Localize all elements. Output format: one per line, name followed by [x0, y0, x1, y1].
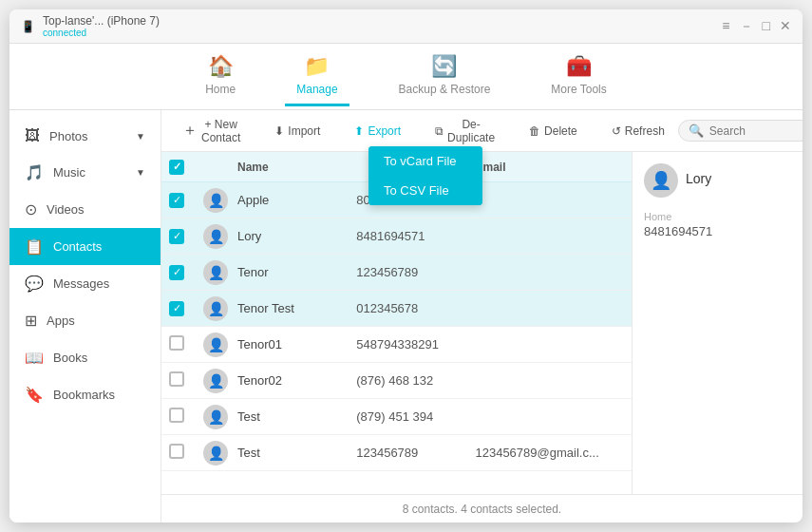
export-csv-item[interactable]: To CSV File: [368, 176, 482, 205]
sidebar-item-photos[interactable]: 🖼 Photos ▼: [9, 118, 161, 154]
checkbox-2[interactable]: [169, 229, 184, 244]
header-check: [169, 160, 203, 175]
deduplicate-button[interactable]: ⧉ De-Duplicate: [425, 113, 504, 149]
nav-backup[interactable]: 🔄 Backup & Restore: [387, 47, 502, 106]
refresh-icon: ↺: [612, 124, 621, 138]
checkbox-1[interactable]: [169, 193, 184, 208]
avatar: 👤: [203, 369, 228, 393]
row-name: Tenor02: [237, 373, 356, 388]
row-avatar: 👤: [203, 369, 237, 393]
row-check[interactable]: [169, 192, 203, 208]
row-name: Test: [237, 409, 356, 424]
maximize-icon[interactable]: □: [763, 18, 770, 35]
sidebar-item-apps[interactable]: ⊞ Apps: [9, 302, 161, 339]
table-row[interactable]: 👤 Test (879) 451 394: [161, 399, 632, 435]
table-row[interactable]: 👤 Tenor02 (876) 468 132: [161, 363, 632, 399]
search-icon: 🔍: [689, 124, 704, 138]
close-icon[interactable]: ✕: [780, 18, 791, 35]
sidebar-item-messages[interactable]: 💬 Messages: [9, 265, 161, 302]
status-text: 8 contacts. 4 contacts selected.: [403, 503, 561, 516]
avatar: 👤: [203, 188, 228, 213]
row-name: Test: [237, 446, 356, 460]
sidebar-books-label: Books: [53, 351, 87, 365]
more-icon: 🧰: [566, 54, 592, 79]
row-check[interactable]: [169, 408, 203, 426]
menu-icon[interactable]: ≡: [722, 18, 729, 35]
avatar: 👤: [203, 332, 228, 357]
delete-label: Delete: [544, 124, 577, 138]
export-button[interactable]: ⬆ Export: [345, 120, 410, 142]
table-area: Name Email 👤 Apple 800 692 7753: [161, 152, 803, 494]
header-email: Email: [475, 161, 624, 174]
table-row[interactable]: 👤 Test 123456789 123456789@gmail.c...: [161, 435, 632, 471]
checkbox-8[interactable]: [169, 444, 184, 459]
row-check[interactable]: [169, 228, 203, 244]
navbar: 🏠 Home 📁 Manage 🔄 Backup & Restore 🧰 Mor…: [9, 44, 803, 110]
sidebar-item-books[interactable]: 📖 Books: [9, 339, 161, 376]
sidebar-item-music[interactable]: 🎵 Music ▼: [9, 154, 161, 191]
checkbox-5[interactable]: [169, 335, 184, 351]
search-box: 🔍: [678, 120, 803, 142]
refresh-button[interactable]: ↺ Refresh: [602, 120, 674, 142]
table-row[interactable]: 👤 Tenor01 548794338291: [161, 327, 632, 363]
row-name: Tenor: [237, 265, 356, 279]
row-check[interactable]: [169, 300, 203, 316]
messages-icon: 💬: [25, 275, 44, 293]
phone-label: Home: [644, 211, 791, 222]
titlebar-left: 📱 Top-lanse'... (iPhone 7) connected: [21, 14, 160, 38]
row-check[interactable]: [169, 335, 203, 353]
row-email: 123456789@gmail.c...: [475, 446, 624, 460]
sidebar-apps-label: Apps: [47, 314, 75, 328]
import-button[interactable]: ⬇ Import: [265, 120, 330, 142]
search-input[interactable]: [709, 124, 803, 138]
new-contact-button[interactable]: ＋ + New Contact: [173, 113, 250, 149]
sidebar-item-bookmarks[interactable]: 🔖 Bookmarks: [9, 376, 161, 413]
row-check[interactable]: [169, 264, 203, 280]
nav-manage[interactable]: 📁 Manage: [285, 47, 349, 106]
sidebar-item-videos[interactable]: ⊙ Videos: [9, 191, 161, 228]
home-icon: 🏠: [208, 54, 234, 79]
checkbox-7[interactable]: [169, 408, 184, 423]
row-phone: 123456789: [356, 265, 475, 279]
avatar: 👤: [203, 296, 228, 321]
main-window: 📱 Top-lanse'... (iPhone 7) connected ≡ －…: [9, 10, 803, 522]
checkbox-4[interactable]: [169, 301, 184, 316]
apps-icon: ⊞: [25, 312, 37, 330]
device-info: Top-lanse'... (iPhone 7) connected: [43, 14, 160, 38]
table-row[interactable]: 👤 Lory 8481694571: [161, 218, 632, 255]
titlebar: 📱 Top-lanse'... (iPhone 7) connected ≡ －…: [9, 10, 803, 44]
nav-more-label: More Tools: [551, 83, 606, 96]
avatar: 👤: [203, 260, 228, 285]
titlebar-controls: ≡ － □ ✕: [722, 18, 791, 35]
select-all-checkbox[interactable]: [169, 160, 184, 175]
sidebar-item-contacts[interactable]: 📋 Contacts: [9, 228, 161, 265]
checkbox-3[interactable]: [169, 265, 184, 280]
table-row[interactable]: 👤 Tenor 123456789: [161, 255, 632, 291]
delete-icon: 🗑: [529, 124, 540, 138]
table-row[interactable]: 👤 Tenor Test 012345678: [161, 291, 632, 327]
export-dropdown: To vCard File To CSV File: [368, 146, 482, 205]
row-name: Lory: [237, 229, 356, 243]
row-avatar: 👤: [203, 441, 237, 466]
nav-home-label: Home: [205, 83, 236, 96]
row-check[interactable]: [169, 444, 203, 462]
new-contact-label: + New Contact: [201, 118, 240, 144]
checkbox-6[interactable]: [169, 371, 184, 387]
new-contact-icon: ＋: [182, 121, 198, 141]
music-icon: 🎵: [25, 163, 44, 181]
row-name: Tenor01: [237, 337, 356, 352]
import-icon: ⬇: [274, 124, 284, 138]
row-avatar: 👤: [203, 405, 237, 429]
row-phone: (876) 468 132: [356, 373, 475, 388]
minimize-icon[interactable]: －: [740, 18, 753, 35]
row-phone: 123456789: [356, 446, 475, 460]
nav-more[interactable]: 🧰 More Tools: [539, 47, 617, 106]
export-vcard-item[interactable]: To vCard File: [368, 146, 482, 176]
row-check[interactable]: [169, 371, 203, 390]
toolbar: ＋ + New Contact ⬇ Import ⬆ Export To vCa…: [161, 110, 803, 152]
contact-detail-header: 👤 Lory: [644, 163, 791, 203]
delete-button[interactable]: 🗑 Delete: [519, 120, 587, 142]
deduplicate-icon: ⧉: [435, 124, 444, 138]
books-icon: 📖: [25, 349, 44, 367]
nav-home[interactable]: 🏠 Home: [194, 47, 247, 106]
